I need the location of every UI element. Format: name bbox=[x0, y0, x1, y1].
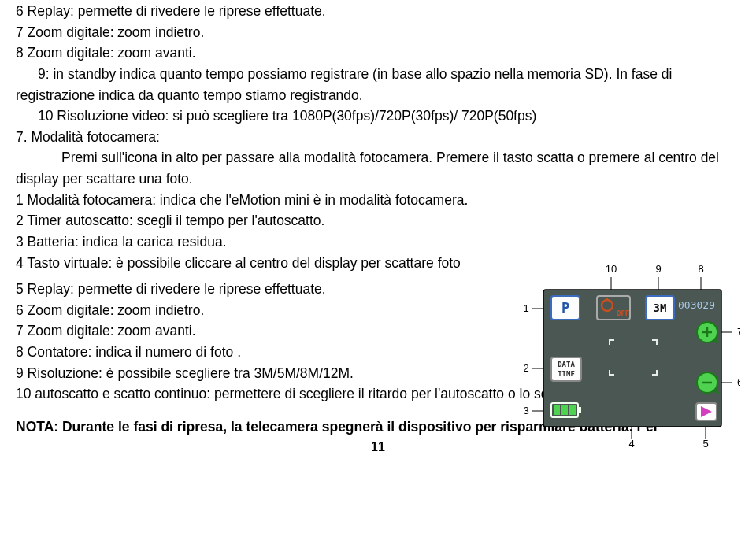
svg-rect-22 bbox=[561, 405, 568, 415]
line-2-timer: 2 Timer autoscatto: scegli il tempo per … bbox=[16, 212, 740, 231]
line-9-standby-a: 9: in standby indica quanto tempo possia… bbox=[16, 65, 740, 84]
callout-5: 5 bbox=[702, 438, 708, 450]
camera-diagram: P OFF 3M 003029 bbox=[521, 261, 740, 452]
callout-1: 1 bbox=[523, 302, 528, 314]
callout-4: 4 bbox=[628, 438, 634, 450]
line-3-battery: 3 Batteria: indica la carica residua. bbox=[16, 233, 520, 252]
line-6-replay: 6 Replay: permette di rivedere le ripres… bbox=[16, 2, 740, 21]
resolution-icon: 3M bbox=[646, 296, 674, 320]
line-8-zoom-in: 8 Zoom digitale: zoom avanti. bbox=[16, 44, 740, 63]
line-7-zoom-in: 7 Zoom digitale: zoom avanti. bbox=[16, 322, 520, 341]
svg-rect-20 bbox=[578, 407, 581, 413]
callout-9: 9 bbox=[655, 263, 661, 275]
line-camera-press-a: Premi sull'icona in alto per passare all… bbox=[16, 149, 740, 168]
line-7-zoom-out: 7 Zoom digitale: zoom indietro. bbox=[16, 24, 740, 43]
callout-3: 3 bbox=[523, 405, 528, 416]
line-9-standby-b: registrazione indica da quanto tempo sti… bbox=[16, 87, 740, 105]
line-camera-press-b: display per scattare una foto. bbox=[16, 170, 740, 189]
section-7-camera-mode: 7. Modalità fotocamera: bbox=[16, 128, 740, 147]
svg-rect-23 bbox=[569, 405, 576, 415]
line-10-resolution-video: 10 Risoluzione video: si può scegliere t… bbox=[16, 107, 740, 126]
callout-7: 7 bbox=[737, 326, 740, 338]
counter-text: 003029 bbox=[678, 299, 715, 311]
replay-icon bbox=[696, 403, 717, 420]
line-4-virtual-button: 4 Tasto virtuale: è possibile cliccare a… bbox=[16, 254, 520, 273]
svg-text:P: P bbox=[561, 300, 569, 316]
svg-text:3M: 3M bbox=[654, 302, 667, 314]
svg-rect-21 bbox=[554, 405, 560, 415]
callout-8: 8 bbox=[698, 263, 703, 275]
svg-text:TIME: TIME bbox=[558, 370, 575, 378]
callout-6: 6 bbox=[737, 376, 740, 388]
zoom-in-icon bbox=[697, 322, 718, 343]
zoom-out-icon bbox=[697, 372, 718, 394]
datetime-icon: DATA TIME bbox=[551, 357, 581, 381]
mode-icon: P bbox=[551, 296, 580, 320]
line-8-counter: 8 Contatore: indica il numero di foto . bbox=[16, 343, 520, 362]
line-6-zoom-out: 6 Zoom digitale: zoom indietro. bbox=[16, 302, 520, 320]
callout-10: 10 bbox=[606, 263, 617, 275]
svg-text:OFF: OFF bbox=[617, 309, 629, 317]
line-1-camera-mode: 1 Modalità fotocamera: indica che l'eMot… bbox=[16, 191, 740, 210]
callout-2: 2 bbox=[523, 362, 528, 374]
svg-text:DATA: DATA bbox=[558, 361, 575, 368]
line-5-replay: 5 Replay: permette di rivedere le ripres… bbox=[16, 280, 520, 299]
